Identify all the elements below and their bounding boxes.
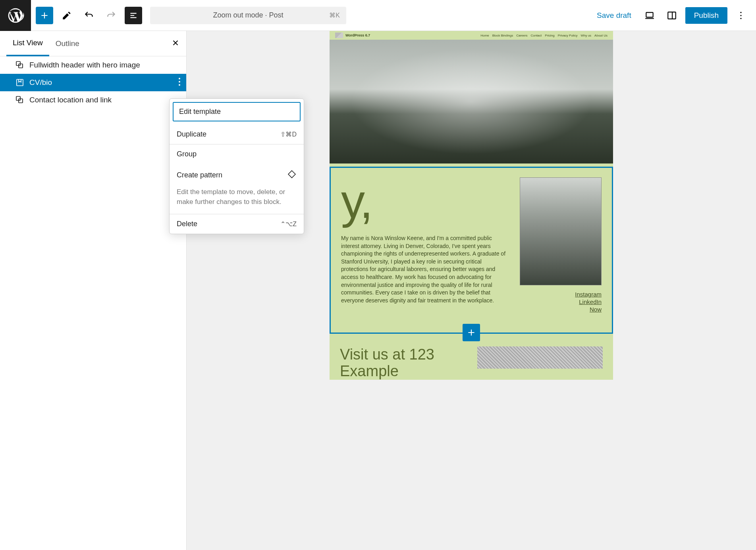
wordpress-icon (7, 7, 24, 24)
tab-outline[interactable]: Outline (49, 31, 86, 56)
social-links: Instagram LinkedIn Now (520, 291, 602, 313)
contact-heading: Visit us at 123 Example (340, 346, 469, 380)
view-button[interactable] (641, 7, 658, 24)
close-icon (171, 38, 180, 47)
svg-point-10 (179, 84, 180, 86)
hero-image (330, 40, 613, 163)
add-block-button[interactable] (463, 324, 480, 341)
redo-button[interactable] (102, 7, 120, 24)
pattern-icon (287, 169, 297, 181)
list-item[interactable]: Fullwidth header with hero image (0, 56, 186, 74)
ctx-label: Delete (177, 220, 197, 228)
block-context-menu: Edit template Duplicate ⇧⌘D Group Create… (169, 98, 304, 234)
publish-button[interactable]: Publish (685, 7, 727, 24)
ctx-shortcut: ⌃⌥Z (280, 220, 297, 228)
plus-icon (466, 327, 476, 338)
undo-icon (84, 10, 94, 21)
site-logo (335, 33, 343, 38)
map-image (477, 346, 603, 369)
list-item[interactable]: Contact location and link (0, 91, 186, 109)
editor-topbar: Zoom out mode · Post ⌘K Save draft Publi… (0, 0, 756, 31)
save-draft-button[interactable]: Save draft (597, 11, 631, 20)
list-view-icon (128, 10, 139, 21)
pattern-icon (15, 95, 25, 105)
list-item-label: CV/bio (29, 78, 52, 87)
command-bar[interactable]: Zoom out mode · Post ⌘K (150, 7, 346, 24)
command-bar-label: Zoom out mode · Post (213, 11, 283, 19)
svg-rect-0 (646, 12, 653, 17)
social-link[interactable]: Now (520, 306, 602, 313)
list-item-label: Contact location and link (29, 96, 112, 104)
svg-point-8 (179, 78, 180, 79)
ctx-delete[interactable]: Delete ⌃⌥Z (170, 214, 304, 234)
ctx-edit-template[interactable]: Edit template (173, 102, 301, 121)
svg-point-3 (740, 15, 741, 16)
document-overview-button[interactable] (125, 7, 142, 24)
ctx-label: Duplicate (177, 130, 206, 138)
pencil-icon (62, 10, 72, 21)
cv-heading: y, (341, 177, 509, 225)
close-sidebar-button[interactable] (171, 38, 180, 49)
svg-point-2 (740, 12, 741, 13)
site-header: WordPress 6.7 Home Block Bindings Career… (330, 31, 613, 40)
list-item-options-button[interactable] (178, 77, 181, 88)
cv-bio-block[interactable]: y, My name is Nora Winslow Keene, and I'… (330, 167, 613, 334)
panel-icon (667, 10, 677, 21)
svg-point-4 (740, 17, 741, 19)
undo-button[interactable] (80, 7, 98, 24)
plus-icon (39, 10, 50, 21)
social-link[interactable]: Instagram (520, 291, 602, 298)
site-nav: Home Block Bindings Careers Contact Pric… (480, 34, 608, 37)
ctx-create-pattern[interactable]: Create pattern (170, 164, 304, 187)
list-item[interactable]: CV/bio (0, 74, 186, 91)
block-inserter-button[interactable] (36, 7, 53, 24)
svg-rect-6 (19, 64, 23, 68)
more-vertical-icon (736, 10, 746, 21)
ctx-shortcut: ⇧⌘D (280, 131, 297, 138)
social-link[interactable]: LinkedIn (520, 298, 602, 305)
cv-body: My name is Nora Winslow Keene, and I'm a… (341, 235, 509, 304)
ctx-description: Edit the template to move, delete, or ma… (170, 187, 304, 214)
svg-rect-5 (16, 62, 20, 65)
ctx-label: Create pattern (177, 171, 222, 179)
more-vertical-icon (178, 77, 181, 86)
ctx-duplicate[interactable]: Duplicate ⇧⌘D (170, 125, 304, 144)
laptop-icon (644, 10, 655, 21)
tools-button[interactable] (58, 7, 75, 24)
sidebar-toggle-button[interactable] (663, 7, 681, 24)
bookmark-icon (15, 78, 25, 87)
command-bar-shortcut: ⌘K (329, 12, 340, 19)
svg-rect-12 (19, 99, 23, 103)
portrait-image (520, 177, 602, 285)
pattern-icon (15, 60, 25, 70)
redo-icon (106, 10, 116, 21)
list-view-sidebar: List View Outline Fullwidth header with … (0, 31, 187, 550)
wordpress-logo[interactable] (0, 0, 31, 31)
svg-rect-7 (17, 79, 23, 86)
site-title: WordPress 6.7 (345, 33, 370, 37)
svg-point-9 (179, 81, 180, 83)
svg-rect-11 (16, 96, 20, 100)
options-button[interactable] (732, 7, 750, 24)
tab-list-view[interactable]: List View (6, 31, 49, 56)
ctx-group[interactable]: Group (170, 144, 304, 164)
list-item-label: Fullwidth header with hero image (29, 61, 140, 69)
